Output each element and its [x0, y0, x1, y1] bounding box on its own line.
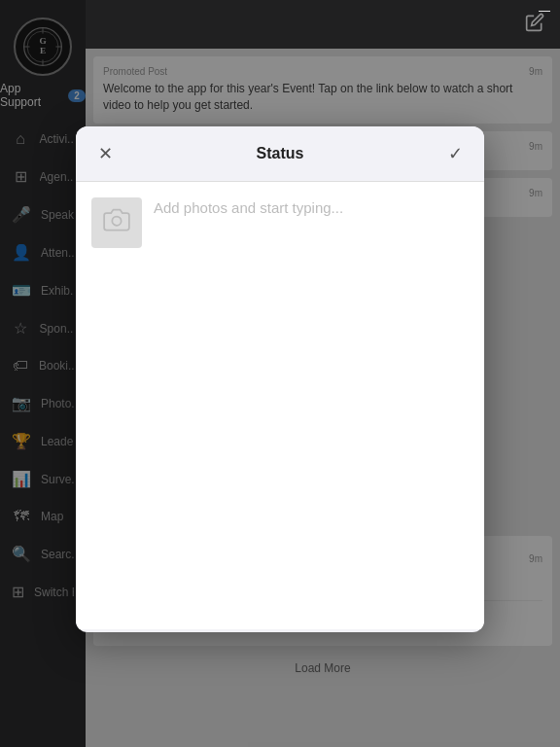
status-modal: ✕ Status ✓ Add photos and start typing..… — [76, 126, 484, 632]
modal-confirm-button[interactable]: ✓ — [441, 140, 469, 167]
battery-indicator: — — [539, 4, 550, 18]
modal-body: Add photos and start typing... — [76, 182, 484, 629]
modal-title: Status — [257, 145, 304, 162]
photo-add-button[interactable] — [91, 197, 142, 248]
status-placeholder-text: Add photos and start typing... — [154, 199, 343, 216]
svg-point-11 — [112, 217, 121, 226]
camera-placeholder-icon — [103, 206, 130, 239]
modal-close-button[interactable]: ✕ — [91, 140, 119, 167]
modal-overlay: ✕ Status ✓ Add photos and start typing..… — [0, 0, 560, 747]
modal-header: ✕ Status ✓ — [76, 126, 484, 182]
status-text-input[interactable]: Add photos and start typing... — [154, 197, 469, 236]
